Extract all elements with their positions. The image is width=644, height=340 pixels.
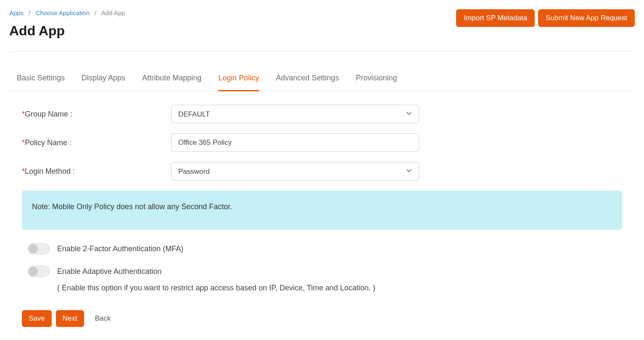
policy-name-input[interactable] bbox=[171, 133, 419, 152]
next-button[interactable]: Next bbox=[56, 310, 84, 327]
breadcrumb-separator: / bbox=[29, 9, 30, 16]
adaptive-auth-toggle-label: Enable Adaptive Authentication bbox=[57, 267, 161, 276]
submit-new-app-request-button[interactable]: Submit New App Request bbox=[538, 9, 635, 27]
group-name-label: *Group Name : bbox=[22, 110, 171, 119]
tab-attribute-mapping[interactable]: Attribute Mapping bbox=[142, 68, 201, 91]
toggle-knob bbox=[29, 267, 38, 276]
breadcrumb-choose-application[interactable]: Choose Application bbox=[36, 9, 90, 16]
page-title: Add App bbox=[9, 23, 125, 39]
breadcrumb-apps[interactable]: Apps bbox=[9, 9, 24, 16]
save-button[interactable]: Save bbox=[22, 310, 52, 327]
group-name-select[interactable]: DEFAULT bbox=[171, 105, 419, 123]
breadcrumb: Apps / Choose Application / Add App bbox=[9, 9, 125, 16]
toggle-knob bbox=[29, 244, 38, 253]
adaptive-auth-sublabel: ( Enable this option if you want to rest… bbox=[57, 284, 622, 292]
breadcrumb-separator: / bbox=[95, 9, 96, 16]
login-method-label: *Login Method : bbox=[22, 167, 171, 176]
tab-login-policy[interactable]: Login Policy bbox=[218, 68, 259, 91]
back-button[interactable]: Back bbox=[88, 310, 118, 327]
import-sp-metadata-button[interactable]: Import SP Metadata bbox=[456, 9, 535, 27]
adaptive-auth-toggle[interactable] bbox=[28, 266, 50, 277]
tabs: Basic Settings Display Apps Attribute Ma… bbox=[9, 68, 635, 91]
tab-basic-settings[interactable]: Basic Settings bbox=[17, 68, 65, 91]
tab-advanced-settings[interactable]: Advanced Settings bbox=[276, 68, 339, 91]
mfa-toggle[interactable] bbox=[28, 243, 50, 254]
policy-name-label: *Policy Name : bbox=[22, 138, 171, 147]
tab-provisioning[interactable]: Provisioning bbox=[356, 68, 397, 91]
mfa-toggle-label: Enable 2-Factor Authentication (MFA) bbox=[57, 244, 183, 253]
tab-display-apps[interactable]: Display Apps bbox=[82, 68, 125, 91]
note-box: Note: Mobile Only Policy does not allow … bbox=[22, 191, 622, 230]
divider bbox=[9, 51, 635, 52]
login-method-select[interactable]: Password bbox=[171, 162, 419, 181]
breadcrumb-current: Add App bbox=[101, 9, 125, 16]
